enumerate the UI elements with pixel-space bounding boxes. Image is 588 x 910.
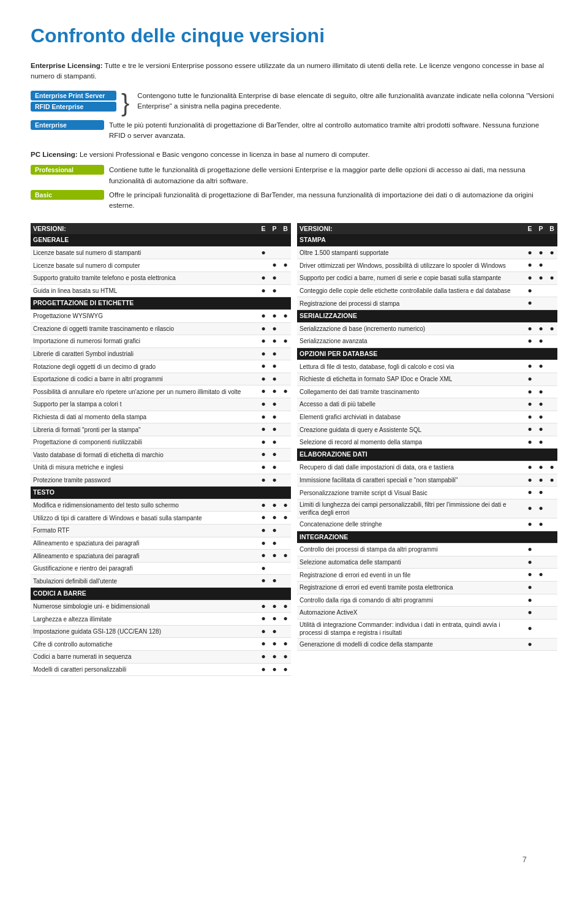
e-dot: ● <box>524 259 535 272</box>
left-table-body: GENERALELicenze basate sul numero di sta… <box>31 234 291 675</box>
e-dot: ● <box>258 474 269 487</box>
table-row: Librerie di caratteri Symbol industriali… <box>31 347 291 360</box>
section-label: INTEGRAZIONE <box>297 531 557 544</box>
feature-label: Registrazione dei processi di stampa <box>297 297 524 310</box>
feature-label: Richieste di etichetta in formato SAP ID… <box>297 373 524 385</box>
table-row: Allineamento e spaziatura dei paragrafi●… <box>31 537 291 550</box>
table-row: Numerose simbologie uni- e bidimensional… <box>31 600 291 613</box>
b-dot <box>280 322 291 335</box>
b-dot <box>280 398 291 411</box>
enterprise-section: Enterprise Tutte le più potenti funziona… <box>31 120 557 142</box>
e-dot: ● <box>524 335 535 348</box>
feature-label: Generazione di modelli di codice della s… <box>297 638 524 651</box>
table-row: Cifre di controllo automatiche●●● <box>31 638 291 651</box>
p-dot: ● <box>269 423 280 436</box>
feature-label: Conteggio delle copie delle etichette co… <box>297 284 524 297</box>
feature-label: Recupero di dati dalle impostazioni di d… <box>297 461 524 474</box>
p-dot: ● <box>269 309 280 322</box>
p-dot: ● <box>269 259 280 272</box>
feature-label: Allineamento e spaziatura dei paragrafi <box>31 537 258 550</box>
p-header-left: P <box>269 223 280 234</box>
feature-label: Supporto per codici a barre, numeri di s… <box>297 272 524 285</box>
p-dot <box>269 562 280 575</box>
b-dot: ● <box>546 461 557 474</box>
b-dot <box>280 562 291 575</box>
e-dot: ● <box>524 487 535 499</box>
p-dot: ● <box>269 385 280 398</box>
table-row: Collegamento dei dati tramite trasciname… <box>297 385 557 398</box>
feature-label: Formato RTF <box>31 525 258 537</box>
table-row: Progettazione WYSIWYG●●● <box>31 309 291 322</box>
b-dot <box>280 284 291 297</box>
left-features-table: VERSIONI: E P B GENERALELicenze basate s… <box>31 223 291 676</box>
basic-badge: Basic <box>31 190 104 200</box>
feature-label: Possibilità di annullare e/o ripetere un… <box>31 385 258 398</box>
feature-label: Supporto gratuito tramite telefono e pos… <box>31 272 258 285</box>
feature-label: Esportazione di codici a barre in altri … <box>31 373 258 385</box>
table-row: Automazione ActiveX● <box>297 607 557 620</box>
feature-label: Unità di misura metriche e inglesi <box>31 461 258 474</box>
feature-label: Modelli di caratteri personalizzabili <box>31 663 258 676</box>
p-dot: ● <box>269 272 280 285</box>
e-dot: ● <box>258 309 269 322</box>
b-dot <box>546 385 557 398</box>
b-header-left: B <box>280 223 291 234</box>
table-row: Unità di misura metriche e inglesi●● <box>31 461 291 474</box>
table-header-row: VERSIONI: E P B <box>31 223 291 234</box>
table-row: Impostazione guidata GSI-128 (UCC/EAN 12… <box>31 625 291 638</box>
p-dot <box>535 638 546 651</box>
b-dot <box>280 461 291 474</box>
table-row: Formato RTF●● <box>31 525 291 537</box>
versioni-header-left: VERSIONI: <box>31 223 258 234</box>
section-label: TESTO <box>31 487 291 499</box>
e-dot: ● <box>258 600 269 613</box>
feature-label: Accesso a dati di più tabelle <box>297 398 524 411</box>
b-dot <box>546 544 557 556</box>
e-dot: ● <box>258 638 269 651</box>
p-dot: ● <box>535 569 546 582</box>
b-dot: ● <box>280 385 291 398</box>
b-dot <box>546 373 557 385</box>
e-dot: ● <box>258 537 269 550</box>
b-dot: ● <box>546 272 557 285</box>
table-row: Creazione di oggetti tramite trascinamen… <box>31 322 291 335</box>
professional-badge: Professional <box>31 165 104 175</box>
feature-label: Rotazione degli oggetti di un decimo di … <box>31 360 258 373</box>
table-row: Controllo dei processi di stampa da altr… <box>297 544 557 556</box>
p-dot: ● <box>269 398 280 411</box>
b-dot <box>280 360 291 373</box>
table-row: Tabulazioni definibili dall'utente●● <box>31 575 291 588</box>
feature-label: Registrazione di errori ed eventi tramit… <box>297 581 524 594</box>
p-dot: ● <box>269 335 280 348</box>
p-dot: ● <box>269 436 280 449</box>
table-header-row-right: VERSIONI: E P B <box>297 223 557 234</box>
p-dot <box>535 607 546 620</box>
e-dot: ● <box>524 607 535 620</box>
e-dot: ● <box>258 625 269 638</box>
table-row: Rotazione degli oggetti di un decimo di … <box>31 360 291 373</box>
e-dot: ● <box>524 619 535 638</box>
feature-label: Serializzazione avanzata <box>297 335 524 348</box>
e-dot: ● <box>258 550 269 563</box>
right-table: VERSIONI: E P B STAMPAOltre 1.500 stampa… <box>297 223 557 676</box>
section-header-row: INTEGRAZIONE <box>297 531 557 544</box>
feature-label: Collegamento dei dati tramite trasciname… <box>297 385 524 398</box>
p-dot <box>535 556 546 569</box>
b-dot: ● <box>280 335 291 348</box>
feature-label: Controllo dalla riga di comando di altri… <box>297 594 524 607</box>
feature-label: Progettazione WYSIWYG <box>31 309 258 322</box>
p-dot: ● <box>269 322 280 335</box>
enterprise-licensing-text: Tutte e tre le versioni Enterprise posso… <box>31 62 544 80</box>
feature-label: Guida in linea basata su HTML <box>31 284 258 297</box>
e-dot: ● <box>258 525 269 537</box>
eps-rfid-desc: Contengono tutte le funzionalità Enterpr… <box>137 91 557 112</box>
b-dot <box>280 449 291 461</box>
e-dot: ● <box>524 594 535 607</box>
e-dot: ● <box>258 360 269 373</box>
p-dot <box>535 544 546 556</box>
b-dot: ● <box>280 512 291 525</box>
table-row: Importazione di numerosi formati grafici… <box>31 335 291 348</box>
p-dot: ● <box>535 423 546 436</box>
table-row: Conteggio delle copie delle etichette co… <box>297 284 557 297</box>
table-row: Licenze basate sul numero di stampanti● <box>31 246 291 259</box>
